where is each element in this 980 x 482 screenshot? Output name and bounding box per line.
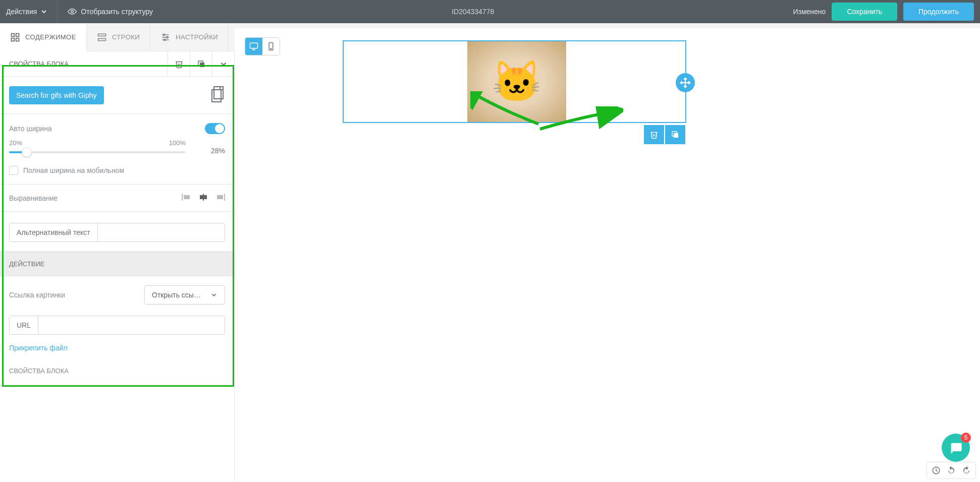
svg-rect-23 [250, 43, 258, 48]
svg-rect-1 [12, 33, 15, 36]
rows-icon [97, 32, 107, 42]
svg-point-12 [164, 39, 166, 40]
show-structure-label: Отобразить структуру [81, 8, 153, 16]
tab-content-label: СОДЕРЖИМОЕ [25, 33, 76, 41]
save-status: Изменено [793, 8, 826, 16]
desktop-view-button[interactable] [245, 38, 262, 51]
show-structure-toggle[interactable]: Отобразить структуру [68, 7, 153, 16]
tab-rows-label: СТРОКИ [112, 33, 140, 41]
eye-icon [68, 7, 77, 16]
svg-point-0 [71, 11, 74, 13]
sliders-icon [160, 32, 171, 42]
editor-canvas [235, 28, 980, 51]
continue-button[interactable]: Продолжить [903, 3, 974, 21]
top-bar: Действия Отобразить структуру ID20433477… [0, 0, 980, 23]
desktop-icon [249, 42, 258, 51]
tab-content[interactable]: СОДЕРЖИМОЕ [0, 24, 87, 51]
chevron-down-icon [41, 9, 47, 15]
svg-rect-4 [16, 38, 19, 41]
device-preview-toggle [245, 37, 280, 51]
svg-point-27 [270, 48, 271, 49]
tab-settings-label: НАСТРОЙКИ [176, 33, 218, 41]
save-button[interactable]: Сохранить [832, 3, 897, 21]
svg-rect-3 [12, 38, 15, 41]
document-id: ID204334778 [153, 8, 793, 16]
mobile-view-button[interactable] [262, 38, 280, 51]
tab-settings[interactable]: НАСТРОЙКИ [150, 23, 229, 51]
tab-rows[interactable]: СТРОКИ [87, 23, 150, 51]
actions-menu[interactable]: Действия [6, 0, 58, 23]
svg-rect-2 [16, 33, 19, 36]
svg-rect-6 [98, 38, 105, 40]
svg-point-11 [167, 36, 168, 38]
svg-rect-5 [98, 34, 105, 36]
mobile-icon [266, 42, 276, 51]
grid-icon [10, 32, 20, 42]
actions-label: Действия [6, 8, 37, 16]
svg-point-10 [163, 34, 165, 35]
cat-image [467, 41, 566, 51]
selected-image-block[interactable] [343, 40, 686, 51]
